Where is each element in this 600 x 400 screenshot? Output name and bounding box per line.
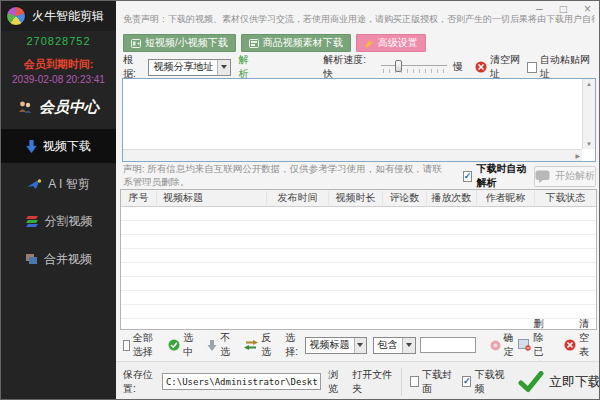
column-header-comments[interactable]: 评论数: [383, 191, 427, 205]
sidebar-item-member-center[interactable]: 会员中心: [1, 91, 116, 123]
app-title: 火牛智能剪辑: [32, 8, 104, 25]
download-video-checkbox[interactable]: ✓ 下载视频: [462, 368, 506, 396]
uncheck-button[interactable]: 不选: [207, 331, 230, 359]
scroll-up-icon[interactable]: ▲: [586, 81, 592, 87]
filter-keyword-input[interactable]: [420, 337, 476, 353]
filter-operator-value: 包含: [374, 338, 402, 352]
product-video-download-button[interactable]: 商品视频素材下载: [241, 34, 351, 52]
checkbox-checked-icon[interactable]: ✓: [462, 376, 472, 387]
sidebar-item-video-download[interactable]: 视频下载: [1, 129, 116, 163]
sidebar-item-label: 分割视频: [45, 213, 93, 230]
delete-table-icon: [518, 339, 531, 351]
checkbox-checked-icon[interactable]: ✓: [463, 171, 473, 182]
open-folder-link[interactable]: 打开文件夹: [352, 368, 393, 396]
split-video-icon: [25, 215, 39, 228]
column-header-duration[interactable]: 视频时长: [329, 191, 383, 205]
pink-stamp-icon: [490, 340, 501, 351]
vertical-divider: [401, 368, 402, 396]
auto-parse-label: 下载时自动解析: [476, 162, 533, 190]
vertical-scrollbar[interactable]: ▲ ▼: [582, 79, 595, 149]
invert-selection-button[interactable]: 反选: [244, 331, 271, 359]
sidebar-item-label: 会员中心: [39, 98, 99, 117]
app-window: 火牛智能剪辑 270828752 会员到期时间: 2039-02-08 20:2…: [0, 0, 600, 400]
slider-ticks: [383, 69, 445, 73]
checkbox-unchecked-icon[interactable]: [410, 376, 419, 387]
parse-speed-label: 解析速度: 快: [323, 53, 375, 81]
save-location-label: 保存位置:: [123, 368, 158, 396]
column-header-title[interactable]: 视频标题: [157, 191, 267, 205]
scroll-right-icon[interactable]: ▶: [575, 152, 580, 159]
app-logo-icon: [6, 6, 26, 26]
button-label: 高级设置: [378, 36, 418, 50]
spark-icon: [364, 38, 374, 48]
download-cover-checkbox[interactable]: 下载封面: [410, 368, 454, 396]
invert-label: 反选: [261, 331, 271, 359]
film-icon: [249, 39, 259, 48]
invert-arrows-icon: [244, 340, 258, 350]
free-disclaimer-text: 免责声明：下载的视频、素材仅供学习交流，若使用商业用途，请购买正版授权，否则产生…: [123, 13, 595, 26]
app-titlebar: 火牛智能剪辑: [1, 1, 116, 31]
sidebar-item-split-video[interactable]: 分割视频: [1, 205, 116, 237]
column-header-author[interactable]: 作者昵称: [477, 191, 535, 205]
scroll-down-icon[interactable]: ▼: [586, 141, 592, 147]
parse-link[interactable]: 解析: [238, 53, 257, 81]
download-video-label: 下载视频: [474, 368, 506, 396]
parse-bubble-icon: [535, 170, 550, 183]
start-parse-label: 开始解析: [555, 169, 595, 183]
column-header-plays[interactable]: 播放次数: [427, 191, 477, 205]
download-now-button[interactable]: 立即下载: [549, 373, 600, 391]
red-clear-icon: [475, 61, 487, 73]
select-all-checkbox[interactable]: 全部选择: [123, 331, 154, 359]
sidebar-item-label: 合并视频: [44, 251, 92, 268]
filter-field-value: 视频标题: [306, 338, 354, 352]
filter-field-select[interactable]: 视频标题: [305, 337, 367, 354]
chevron-down-icon: [402, 338, 415, 353]
filter-label: 选择:: [285, 331, 298, 359]
short-video-download-button[interactable]: 短视频/小视频下载: [123, 34, 236, 52]
start-parse-button[interactable]: 开始解析: [534, 166, 596, 187]
url-input-area[interactable]: ▲ ▼ ▶: [122, 78, 596, 162]
source-select[interactable]: 视频分享地址: [148, 59, 231, 76]
column-header-status[interactable]: 下载状态: [535, 191, 596, 205]
column-header-index[interactable]: 序号: [121, 191, 157, 205]
sidebar-item-label: A I 智剪: [48, 176, 89, 193]
slow-label: 慢: [453, 60, 463, 74]
chevron-down-icon: [354, 338, 366, 353]
top-toolbar: 短视频/小视频下载 商品视频素材下载 高级设置: [123, 34, 426, 52]
browse-link[interactable]: 浏览: [328, 368, 344, 396]
green-check-circle-icon: [168, 339, 180, 351]
save-path-input[interactable]: [162, 373, 321, 390]
member-id: 270828752: [1, 35, 116, 47]
check-selected-button[interactable]: 选中: [168, 331, 193, 359]
horizontal-scrollbar[interactable]: ▶: [123, 149, 582, 161]
sidebar-item-merge-video[interactable]: 合并视频: [1, 243, 116, 275]
confirm-filter-button[interactable]: 确定: [490, 331, 514, 359]
parse-speed-slider[interactable]: [381, 60, 447, 74]
table-header: 序号 视频标题 发布时间 视频时长 评论数 播放次数 作者昵称 下载状态: [121, 190, 596, 207]
ai-cut-icon: [27, 178, 42, 190]
check-label: 选中: [183, 331, 193, 359]
download-cover-label: 下载封面: [422, 368, 454, 396]
slider-thumb[interactable]: [395, 60, 402, 72]
grey-down-arrow-icon: [207, 340, 217, 351]
data-notice-text: 声明: 所有信息均来自互联网公开数据，仅供参考学习使用，如有侵权，请联系管理员删…: [123, 163, 445, 189]
sidebar-item-ai-cut[interactable]: A I 智剪: [1, 168, 116, 200]
clear-urls-button[interactable]: 清空网址: [475, 53, 527, 81]
table-body-empty[interactable]: [121, 207, 596, 329]
auto-parse-checkbox[interactable]: ✓ 下载时自动解析: [463, 162, 534, 190]
checkbox-unchecked-icon[interactable]: [123, 340, 130, 351]
sidebar-item-label: 视频下载: [43, 138, 91, 155]
filter-operator-select[interactable]: 包含: [373, 337, 416, 354]
button-label: 商品视频素材下载: [263, 36, 343, 50]
source-select-value: 视频分享地址: [149, 60, 217, 74]
clear-urls-label: 清空网址: [490, 53, 527, 81]
button-label: 短视频/小视频下载: [145, 36, 228, 50]
notice-row: 声明: 所有信息均来自互联网公开数据，仅供参考学习使用，如有侵权，请联系管理员删…: [123, 165, 596, 187]
merge-video-icon: [25, 253, 38, 265]
checkbox-unchecked-icon[interactable]: [527, 62, 537, 73]
column-header-publish-time[interactable]: 发布时间: [267, 191, 329, 205]
advanced-settings-button[interactable]: 高级设置: [356, 34, 426, 52]
film-icon: [131, 39, 141, 48]
auto-paste-checkbox[interactable]: 自动粘贴网址: [527, 53, 596, 81]
member-expiry-label: 会员到期时间:: [1, 57, 116, 72]
